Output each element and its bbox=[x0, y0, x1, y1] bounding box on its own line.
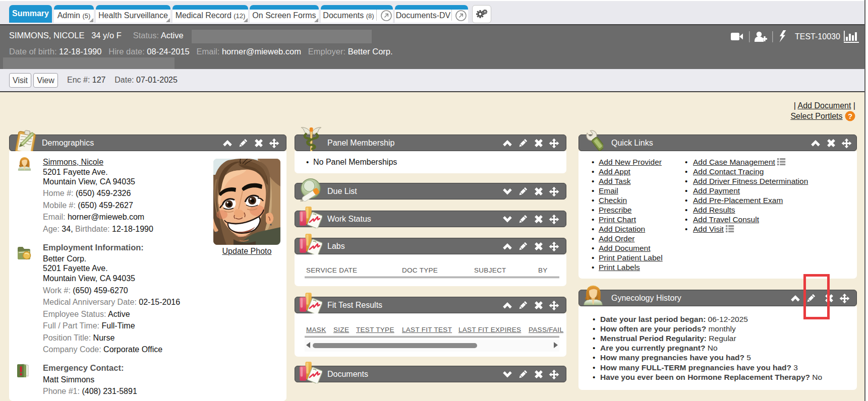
svg-text:?: ? bbox=[848, 112, 852, 120]
svg-text:TEST-10030: TEST-10030 bbox=[795, 32, 840, 41]
